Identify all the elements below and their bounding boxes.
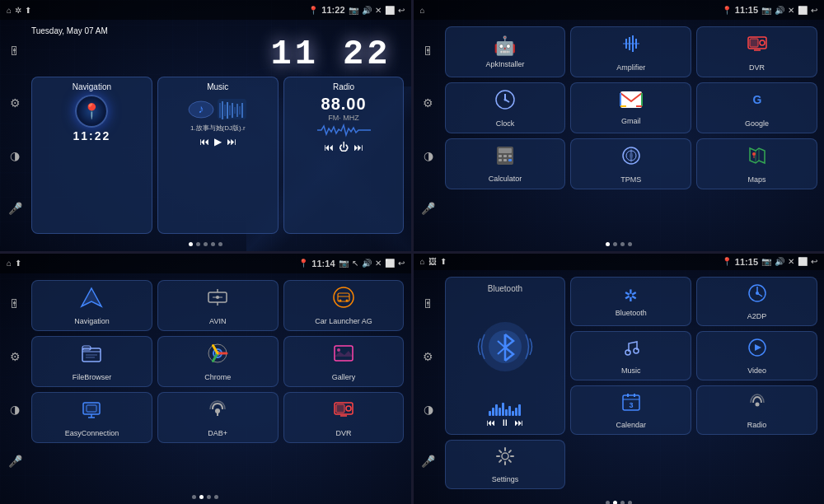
- back-icon-q1[interactable]: ↩: [398, 6, 405, 15]
- svg-rect-25: [750, 39, 758, 47]
- dvr-app-q3[interactable]: DVR: [283, 392, 405, 443]
- settings-app[interactable]: Settings: [445, 440, 566, 489]
- home-icon-q4[interactable]: ⌂: [420, 257, 425, 266]
- dot-3-q3[interactable]: [207, 495, 211, 499]
- home-icon-q3[interactable]: ⌂: [7, 259, 12, 268]
- bt-prev-button[interactable]: ⏮: [486, 418, 495, 427]
- home-icon-q1[interactable]: ⌂: [7, 6, 12, 15]
- google-app[interactable]: G Google: [696, 82, 817, 133]
- close-icon-q3[interactable]: ✕: [375, 259, 382, 268]
- music-widget-title: Music: [207, 82, 228, 91]
- window-icon-q2[interactable]: ⬜: [798, 6, 808, 15]
- dvr-app-q2[interactable]: DVR: [696, 26, 817, 77]
- back-icon-q3[interactable]: ↩: [398, 259, 405, 268]
- equalizer-icon-q4[interactable]: 🎚: [423, 297, 434, 310]
- play-button-q1[interactable]: ▶: [214, 136, 222, 147]
- volume-icon-q2[interactable]: 🔊: [775, 6, 784, 15]
- bt-next-button[interactable]: ⏭: [514, 418, 523, 427]
- avin-app[interactable]: AVIN: [157, 280, 279, 331]
- svg-rect-78: [336, 404, 344, 413]
- equalizer-icon-q1[interactable]: 🎚: [9, 44, 21, 58]
- dot-1-q4[interactable]: [606, 501, 610, 505]
- dot-2-q2[interactable]: [613, 242, 617, 246]
- dot-4-q3[interactable]: [214, 495, 218, 499]
- window-icon-q4[interactable]: ⬜: [798, 257, 808, 266]
- radio-widget[interactable]: Radio 88.00 FM· MHZ ⏮ ⏻ ⏭: [283, 77, 405, 234]
- amplifier-app[interactable]: Amplifier: [570, 26, 691, 77]
- gmail-app[interactable]: Gmail: [570, 82, 691, 133]
- chrome-app[interactable]: Chrome: [157, 336, 279, 387]
- mic-icon-q1[interactable]: 🎤: [8, 202, 22, 215]
- radio-next-button[interactable]: ⏭: [353, 142, 363, 153]
- settings-icon-q3[interactable]: ⚙: [10, 350, 21, 363]
- dot-3-q1[interactable]: [204, 242, 208, 246]
- dab-plus-app[interactable]: DAB+: [157, 392, 279, 443]
- maps-app[interactable]: Maps: [696, 138, 817, 189]
- contrast-icon-q3[interactable]: ◑: [10, 403, 20, 416]
- mic-icon-q3[interactable]: 🎤: [8, 455, 22, 468]
- dot-2-q3[interactable]: [199, 495, 204, 499]
- volume-icon-q3[interactable]: 🔊: [362, 259, 372, 268]
- apk-installer-app[interactable]: 🤖 ApkInstaller: [445, 26, 566, 77]
- gallery-app[interactable]: Gallery: [283, 336, 405, 387]
- contrast-icon-q1[interactable]: ◑: [10, 149, 20, 162]
- settings-icon-q1[interactable]: ⚙: [10, 96, 21, 110]
- dot-4-q2[interactable]: [628, 242, 632, 246]
- pin-icon-q1: 📍: [308, 6, 318, 15]
- dot-1-q2[interactable]: [606, 242, 610, 246]
- mic-icon-q2[interactable]: 🎤: [421, 202, 435, 215]
- dot-4-q4[interactable]: [628, 501, 632, 505]
- music-widget[interactable]: Music ♪: [157, 77, 279, 234]
- calculator-app[interactable]: Calculator: [445, 138, 566, 189]
- bluetooth-main-widget[interactable]: Bluetooth: [445, 277, 566, 435]
- app-grid-q3: Navigation AVIN: [28, 277, 408, 446]
- back-icon-q4[interactable]: ↩: [811, 257, 817, 266]
- dot-1-q3[interactable]: [192, 495, 196, 499]
- car-launcher-app[interactable]: Car Launcher AG: [283, 280, 405, 331]
- mic-icon-q4[interactable]: 🎤: [421, 455, 435, 468]
- radio-app-q4[interactable]: Radio: [696, 385, 817, 435]
- radio-power-button[interactable]: ⏻: [339, 142, 349, 153]
- a2dp-app[interactable]: A2DP: [696, 277, 817, 326]
- bluetooth-widget-title: Bluetooth: [488, 284, 522, 293]
- contrast-icon-q2[interactable]: ◑: [424, 149, 433, 162]
- chrome-icon: [206, 342, 229, 370]
- bt-pause-button[interactable]: ⏸: [500, 418, 509, 427]
- volume-icon-q1[interactable]: 🔊: [362, 6, 372, 15]
- window-icon-q1[interactable]: ⬜: [385, 6, 395, 15]
- nav-widget[interactable]: Navigation 📍 11:22: [31, 77, 152, 234]
- dot-1-q1[interactable]: [189, 242, 193, 246]
- bluetooth-app[interactable]: ✲ Bluetooth: [570, 277, 691, 326]
- settings-icon-q4[interactable]: ⚙: [423, 350, 433, 363]
- dot-3-q2[interactable]: [620, 242, 625, 246]
- contrast-icon-q4[interactable]: ◑: [424, 403, 433, 416]
- dot-3-q4[interactable]: [620, 501, 625, 505]
- dvr-icon-q2: [746, 32, 769, 60]
- calendar-app[interactable]: 3 Calendar: [570, 385, 691, 435]
- video-app[interactable]: Video: [696, 331, 817, 380]
- dot-5-q1[interactable]: [218, 242, 222, 246]
- dot-2-q4[interactable]: [613, 501, 617, 505]
- music-app[interactable]: Music: [570, 331, 691, 380]
- close-icon-q4[interactable]: ✕: [788, 257, 794, 266]
- file-browser-app[interactable]: FileBrowser: [31, 336, 152, 387]
- dot-2-q1[interactable]: [196, 242, 200, 246]
- close-icon-q2[interactable]: ✕: [788, 6, 794, 15]
- svg-rect-37: [499, 148, 512, 153]
- volume-icon-q4[interactable]: 🔊: [775, 257, 784, 266]
- equalizer-icon-q3[interactable]: 🎚: [9, 297, 21, 310]
- radio-prev-button[interactable]: ⏮: [324, 142, 334, 153]
- settings-icon-q2[interactable]: ⚙: [423, 96, 433, 110]
- back-icon-q2[interactable]: ↩: [811, 6, 817, 15]
- easy-connection-app[interactable]: EasyConnection: [31, 392, 152, 443]
- dot-4-q1[interactable]: [211, 242, 215, 246]
- equalizer-icon-q2[interactable]: 🎚: [423, 44, 434, 58]
- tpms-app[interactable]: TPMS: [570, 138, 691, 189]
- home-icon-q2[interactable]: ⌂: [420, 6, 425, 15]
- window-icon-q3[interactable]: ⬜: [385, 259, 395, 268]
- next-button-q1[interactable]: ⏭: [227, 136, 236, 147]
- clock-app[interactable]: Clock: [445, 82, 566, 133]
- prev-button-q1[interactable]: ⏮: [199, 136, 209, 147]
- navigation-app[interactable]: Navigation: [31, 280, 152, 331]
- close-icon-q1[interactable]: ✕: [375, 6, 382, 15]
